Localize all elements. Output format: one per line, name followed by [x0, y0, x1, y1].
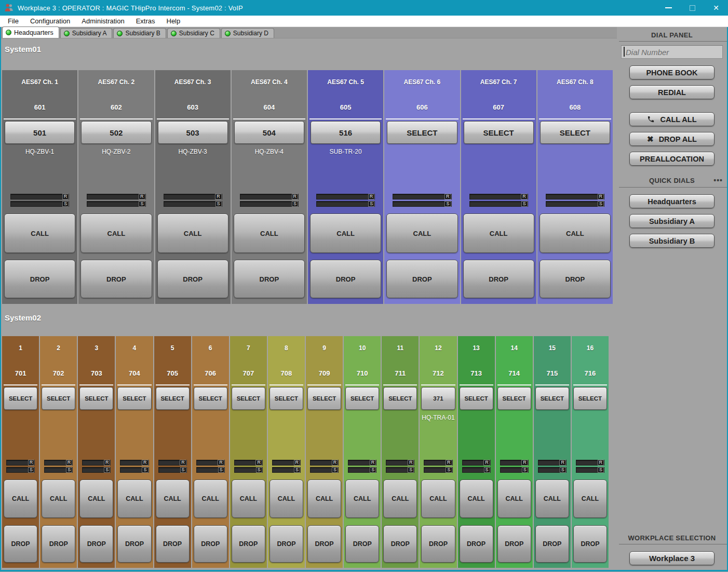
workplace-3-button[interactable]: Workplace 3 — [629, 551, 714, 565]
select-button[interactable]: SELECT — [535, 387, 569, 410]
select-button[interactable]: SELECT — [42, 387, 75, 410]
drop-button[interactable]: DROP — [269, 525, 303, 563]
quick-dial-headquarters-button[interactable]: Headquarters — [629, 194, 714, 208]
select-button[interactable]: SELECT — [269, 387, 303, 410]
select-button[interactable]: SELECT — [117, 387, 151, 410]
tab-subsidiary-c[interactable]: Subsidiary C — [167, 28, 220, 38]
call-button[interactable]: CALL — [345, 480, 379, 518]
call-button[interactable]: CALL — [497, 480, 531, 518]
call-button[interactable]: CALL — [269, 480, 303, 518]
drop-button[interactable]: DROP — [194, 525, 227, 563]
drop-button[interactable]: DROP — [421, 525, 455, 563]
quick-dials-menu-icon[interactable]: ••• — [713, 177, 723, 184]
drop-button[interactable]: DROP — [42, 525, 75, 563]
drop-button[interactable]: DROP — [4, 260, 75, 298]
drop-button[interactable]: DROP — [79, 525, 113, 563]
call-button[interactable]: CALL — [535, 480, 569, 518]
select-button[interactable]: SELECT — [4, 387, 37, 410]
call-button[interactable]: CALL — [421, 480, 455, 518]
call-button[interactable]: CALL — [386, 214, 457, 253]
drop-button[interactable]: DROP — [497, 525, 531, 563]
drop-button[interactable]: DROP — [540, 260, 611, 298]
dial-number-input[interactable] — [621, 45, 723, 59]
select-button[interactable]: SELECT — [156, 387, 190, 410]
drop-button[interactable]: DROP — [80, 260, 152, 298]
call-button[interactable]: CALL — [540, 214, 611, 253]
menu-item-extras[interactable]: Extras — [130, 16, 161, 26]
select-button[interactable]: SELECT — [194, 387, 227, 410]
call-button[interactable]: CALL — [4, 480, 37, 518]
call-button[interactable]: CALL — [42, 480, 75, 518]
drop-button[interactable]: DROP — [345, 525, 379, 563]
drop-button[interactable]: DROP — [386, 260, 457, 298]
select-button[interactable]: SELECT — [464, 121, 534, 144]
tab-headquarters[interactable]: Headquarters — [2, 26, 59, 38]
drop-button[interactable]: DROP — [117, 525, 151, 563]
phone-book-button[interactable]: PHONE BOOK — [629, 65, 714, 79]
redial-button[interactable]: REDIAL — [629, 85, 714, 99]
drop-button[interactable]: DROP — [157, 260, 228, 298]
select-button[interactable]: SELECT — [232, 387, 265, 410]
drop-button[interactable]: DROP — [535, 525, 569, 563]
tab-subsidiary-d[interactable]: Subsidiary D — [221, 28, 274, 38]
close-button[interactable]: ✕ — [704, 0, 728, 16]
select-button[interactable]: SELECT — [79, 387, 113, 410]
rx-level-meter: R — [538, 460, 567, 465]
select-button[interactable]: SELECT — [460, 387, 493, 410]
drop-button[interactable]: DROP — [573, 525, 607, 563]
drop-all-button[interactable]: ✖ DROP ALL — [629, 132, 714, 146]
menu-item-configuration[interactable]: Configuration — [24, 16, 76, 26]
select-button[interactable]: SELECT — [573, 387, 607, 410]
call-button[interactable]: CALL — [4, 214, 75, 253]
call-button[interactable]: CALL — [310, 214, 381, 253]
select-button[interactable]: 504 — [234, 121, 304, 144]
select-button[interactable]: SELECT — [383, 387, 417, 410]
call-button[interactable]: CALL — [157, 214, 228, 253]
select-button[interactable]: SELECT — [540, 121, 610, 144]
call-button[interactable]: CALL — [232, 480, 265, 518]
tx-level-meter: S — [234, 467, 263, 473]
select-button[interactable]: SELECT — [307, 387, 341, 410]
channel-name: 2 — [40, 344, 77, 352]
select-button[interactable]: 371 — [421, 387, 455, 410]
select-button[interactable]: SELECT — [387, 121, 457, 144]
select-button[interactable]: 501 — [5, 121, 75, 144]
quick-dial-subsidiary-b-button[interactable]: Subsidiary B — [629, 234, 714, 248]
menu-item-administration[interactable]: Administration — [76, 16, 130, 26]
drop-button[interactable]: DROP — [463, 260, 534, 298]
call-all-button[interactable]: CALL ALL — [629, 112, 714, 126]
call-button[interactable]: CALL — [79, 480, 113, 518]
drop-button[interactable]: DROP — [4, 525, 37, 563]
select-button[interactable]: 502 — [81, 121, 151, 144]
call-button[interactable]: CALL — [156, 480, 190, 518]
call-button[interactable]: CALL — [383, 480, 417, 518]
menu-item-file[interactable]: File — [2, 16, 24, 26]
call-button[interactable]: CALL — [234, 214, 305, 253]
meter-s-label: S — [598, 201, 604, 207]
drop-button[interactable]: DROP — [156, 525, 190, 563]
call-button[interactable]: CALL — [307, 480, 341, 518]
quick-dial-subsidiary-a-button[interactable]: Subsidiary A — [629, 214, 714, 228]
call-button[interactable]: CALL — [117, 480, 151, 518]
minimize-button[interactable] — [656, 0, 680, 16]
select-button[interactable]: 516 — [311, 121, 381, 144]
call-button[interactable]: CALL — [460, 480, 493, 518]
drop-button[interactable]: DROP — [460, 525, 493, 563]
call-button[interactable]: CALL — [194, 480, 227, 518]
maximize-button[interactable] — [680, 0, 704, 16]
drop-button[interactable]: DROP — [232, 525, 265, 563]
select-button[interactable]: SELECT — [497, 387, 531, 410]
menu-item-help[interactable]: Help — [161, 16, 186, 26]
call-button[interactable]: CALL — [463, 214, 534, 253]
call-button[interactable]: CALL — [573, 480, 607, 518]
select-button[interactable]: SELECT — [345, 387, 379, 410]
preallocation-button[interactable]: PREALLOCATION — [629, 152, 714, 166]
drop-button[interactable]: DROP — [234, 260, 305, 298]
drop-button[interactable]: DROP — [310, 260, 381, 298]
tab-subsidiary-b[interactable]: Subsidiary B — [113, 28, 166, 38]
drop-button[interactable]: DROP — [383, 525, 417, 563]
drop-button[interactable]: DROP — [307, 525, 341, 563]
tab-subsidiary-a[interactable]: Subsidiary A — [60, 28, 113, 38]
call-button[interactable]: CALL — [80, 214, 152, 253]
select-button[interactable]: 503 — [158, 121, 228, 144]
